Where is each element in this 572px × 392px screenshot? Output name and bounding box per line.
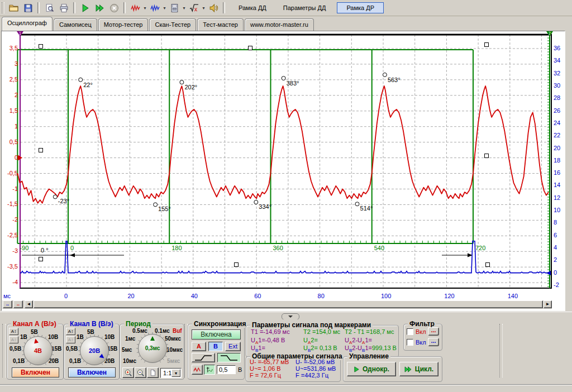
waveform-plot[interactable]: 12 (2, 31, 565, 298)
autoscale-ab-button[interactable]: A↕ (9, 336, 18, 343)
sync-level-unit: В (238, 366, 242, 373)
oscilloscope-window: ▾▾▾▾ Рамка ДД Параметры ДД Рамка ДР Осци… (0, 0, 572, 392)
sync-source-a-button[interactable]: А (192, 342, 206, 351)
panel-grip[interactable] (2, 324, 6, 377)
tab-осциллограф[interactable]: Осциллограф (2, 17, 53, 31)
calculator-icon-dropdown[interactable]: ▾ (182, 2, 187, 15)
plot-panel: 12 3,532,521,510,50-0,5-1-1,5-2-2,5-3-3,… (1, 31, 565, 311)
math-function-icon[interactable] (187, 1, 201, 15)
filter-b-more-button[interactable]: ... (428, 338, 439, 346)
toolbar-separator (37, 2, 40, 13)
start-single-icon[interactable] (78, 1, 92, 15)
open-file-icon[interactable] (6, 1, 21, 15)
sync-level-input[interactable]: 0,5 (217, 365, 236, 374)
single-run-button[interactable]: Однокр. (347, 362, 396, 376)
print-icon[interactable] (56, 1, 71, 15)
chevron-down-icon[interactable]: ▾ (171, 369, 180, 377)
ub2-value: UB2= 0,13 В (303, 345, 337, 353)
tab-самописец[interactable]: Самописец (54, 18, 97, 31)
period-group: Период 0.5мс 0.1мс Buf 1мс 5мс 10мс 50мк… (120, 324, 184, 380)
scale-label: 0,5В (9, 346, 21, 352)
period-knob[interactable]: 0,3мс (138, 334, 167, 363)
sync-group: Синхронизация Включена А В Ext 0,5 В (188, 324, 245, 380)
sound-icon[interactable] (206, 1, 221, 15)
toolbar-separator (223, 2, 225, 13)
filter-group: Фильтр Вкл ... Вкл ... (403, 324, 442, 351)
filter-b-checkbox[interactable] (407, 339, 413, 346)
channel-b-scale-button[interactable]: .. (13, 300, 23, 308)
scroll-left-button[interactable]: ◄ (25, 300, 33, 308)
channel-b-knob[interactable]: 20В (80, 336, 109, 365)
main-toolbar: ▾▾▾▾ Рамка ДД Параметры ДД Рамка ДР (0, 0, 572, 16)
t1-value: T1 =-14,69 мс (251, 328, 290, 335)
tab-мотор-тестер[interactable]: Мотор-тестер (98, 18, 149, 31)
start-cycle-icon[interactable] (92, 1, 107, 15)
new-page-button[interactable] (147, 367, 159, 378)
print-preview-icon[interactable] (42, 1, 56, 15)
channel-a-power-button[interactable]: Включен (12, 367, 59, 377)
rising-edge-button[interactable] (192, 353, 215, 362)
zoom-out-button[interactable] (135, 367, 146, 378)
autoscale-b-button[interactable]: A↕ (66, 328, 75, 335)
channel-a-scale-button[interactable]: .. (3, 300, 12, 308)
channel-a-knob[interactable]: 4В (23, 336, 53, 365)
channel-b-wave-icon[interactable] (147, 1, 162, 15)
svg-text:2: 2 (549, 31, 551, 35)
frame-dr-button[interactable]: Рамка ДР (337, 2, 384, 13)
common-params-group: Общие параметры сигнала U- =-65,77 мВ U~… (246, 356, 341, 382)
math-function-icon-dropdown[interactable]: ▾ (201, 2, 206, 15)
cycle-run-button[interactable]: Цикл. (399, 362, 438, 376)
tab-bar: ОсциллографСамописецМотор-тестерСкан-Тес… (0, 16, 572, 31)
filter-b-label: Вкл (416, 339, 426, 346)
marker-params-title: Параметры сигнала под маркерами (250, 321, 373, 329)
scale-label: 10мс (123, 358, 136, 364)
channel-a-wave-icon[interactable] (128, 1, 142, 15)
channel-b-power-button[interactable]: Включен (68, 367, 116, 377)
toolbar-grip[interactable] (2, 2, 4, 13)
tab-скан-тестер[interactable]: Скан-Тестер (149, 18, 196, 31)
autoscale-ab-button[interactable]: A↕ (66, 336, 75, 343)
manage-group: Управление Однокр. Цикл. (343, 356, 442, 382)
frame-dd-button[interactable]: Рамка ДД (233, 2, 272, 13)
save-icon[interactable] (21, 1, 35, 15)
scroll-thumb[interactable] (34, 300, 543, 308)
horizontal-scrollbar[interactable]: .. .. ◄ ► (2, 300, 552, 309)
sync-state-button[interactable]: Включена (192, 329, 241, 340)
channel-a-wave-icon-dropdown[interactable]: ▾ (142, 2, 147, 15)
u-ac-a: U~= 1,06 В (250, 365, 281, 372)
t2-value: T2 =154,0 мс (303, 328, 340, 335)
filter-a-more-button[interactable]: ... (428, 327, 439, 336)
t2-t1-value: T2 - T1 =168,7 мс (345, 328, 394, 335)
buffer-label: Buf (173, 328, 182, 334)
channel-b-wave-icon-dropdown[interactable]: ▾ (162, 2, 167, 15)
sync-source-ext-button[interactable]: Ext (225, 342, 241, 351)
filter-a-checkbox[interactable] (407, 328, 413, 335)
period-title: Период (124, 320, 152, 328)
scroll-right-button[interactable]: ► (544, 300, 552, 308)
stop-icon[interactable] (107, 1, 121, 15)
panel-grip[interactable] (499, 324, 503, 377)
panel-splitter[interactable] (0, 312, 572, 320)
toolbar-icons: ▾▾▾▾ (6, 1, 227, 15)
freq-b: F =442,3 Гц (295, 372, 328, 379)
calculator-icon[interactable] (167, 1, 182, 15)
ub2-ub1-value: UB2-UB1=999,13 В (345, 345, 397, 353)
zoom-in-button[interactable] (122, 367, 134, 378)
u-minus-b: U- =-52,06 мВ (295, 358, 335, 365)
u-ac-b: U~=531,86 мВ (295, 365, 336, 372)
channel-a-title: Канал А (В/э) (11, 320, 58, 328)
tab-www.motor-master.ru[interactable]: www.motor-master.ru (245, 18, 314, 31)
channel-a-group: Канал А (В/э) A↕ A↕ 5В 1В 0,5В 0,1В 10В … (7, 324, 64, 380)
scale-ratio-select[interactable]: 1:1 ▾ (160, 368, 182, 378)
channel-b-group: Канал В (В/э) A↕ A↕ 5В 1В 0,5В 0,1В 10В … (64, 324, 120, 380)
autoscale-a-button[interactable]: A↕ (9, 328, 18, 335)
sync-source-b-button[interactable]: В (208, 342, 223, 351)
ua2-ua1-value: UA2-UA1= (345, 337, 372, 345)
tab-тест-мастер[interactable]: Тест-мастер (197, 18, 244, 31)
sync-mode-wave-button[interactable] (192, 365, 203, 375)
falling-edge-button[interactable] (217, 353, 241, 362)
params-dd-button[interactable]: Параметры ДД (278, 2, 332, 13)
toolbar-separator (73, 2, 75, 13)
sync-mode-level-button[interactable] (204, 365, 215, 375)
scale-label: 1мс (125, 336, 135, 342)
